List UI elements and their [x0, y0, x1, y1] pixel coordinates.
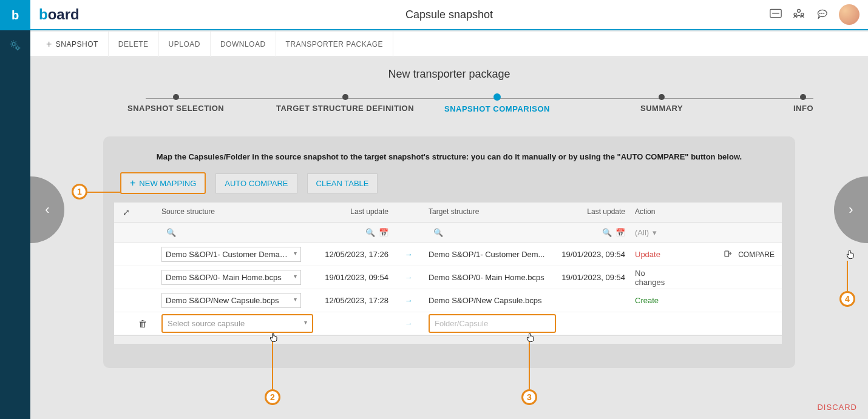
- delete-button[interactable]: DELETE: [109, 32, 159, 57]
- wizard-title: New transporter package: [30, 57, 868, 94]
- avatar[interactable]: [839, 4, 860, 25]
- annotation-badge-3: 3: [521, 389, 537, 405]
- source-update: 12/05/2023, 17:26: [314, 245, 393, 264]
- target-capsule: Demo S&OP/1- Customer Dem...: [424, 245, 551, 264]
- svg-point-1: [16, 47, 19, 49]
- card-icon[interactable]: [770, 8, 782, 21]
- new-mapping-row: 🗑 Select source capsule → Folder/Capsule: [114, 312, 782, 335]
- clean-table-button[interactable]: CLEAN TABLE: [307, 173, 378, 193]
- target-update: [551, 296, 630, 306]
- cursor-hand-icon: [524, 330, 537, 344]
- table-row: Demo S&OP/0- Main Home.bcps 19/01/2023, …: [114, 266, 782, 289]
- target-capsule-input[interactable]: Folder/Capsule: [429, 314, 556, 333]
- transporter-package-button[interactable]: TRANSPORTER PACKAGE: [276, 32, 393, 57]
- discard-button[interactable]: DISCARD: [817, 403, 857, 412]
- search-icon[interactable]: 🔍: [429, 228, 448, 237]
- app-logo-square[interactable]: b: [0, 0, 30, 30]
- source-update: 12/05/2023, 17:28: [314, 291, 393, 310]
- svg-point-4: [798, 9, 801, 12]
- source-capsule-select[interactable]: Demo S&OP/0- Main Home.bcps: [161, 270, 301, 285]
- new-mapping-button[interactable]: +NEW MAPPING: [120, 172, 206, 194]
- col-source-update: Last update: [314, 203, 393, 222]
- plus-icon: +: [130, 178, 135, 188]
- svg-point-9: [824, 13, 824, 13]
- source-capsule-select[interactable]: Select source capsule: [161, 314, 313, 333]
- compare-icon: [724, 250, 733, 260]
- action-filter[interactable]: (All)▾: [630, 223, 679, 242]
- arrow-icon: →: [393, 319, 424, 328]
- action-label: Create: [630, 291, 679, 310]
- calendar-icon[interactable]: 📅: [379, 228, 388, 237]
- annotation-badge-1: 1: [72, 184, 87, 199]
- delete-row-icon[interactable]: 🗑: [138, 318, 147, 329]
- step-snapshot-comparison[interactable]: SNAPSHOT COMPARISON: [444, 94, 550, 113]
- action-toolbar: +SNAPSHOT DELETE UPLOAD DOWNLOAD TRANSPO…: [30, 32, 868, 57]
- target-update: 19/01/2023, 09:54: [551, 268, 630, 287]
- brand-logo: board: [39, 6, 80, 23]
- table-row: Demo S&OP/1- Customer Deman... 12/05/202…: [114, 243, 782, 266]
- auto-compare-button[interactable]: AUTO COMPARE: [215, 173, 297, 193]
- search-icon[interactable]: 🔍: [161, 228, 181, 237]
- wizard-stepper: SNAPSHOT SELECTION TARGET STRUCTURE DEFI…: [67, 94, 832, 123]
- calendar-icon[interactable]: 📅: [615, 228, 625, 237]
- step-snapshot-selection[interactable]: SNAPSHOT SELECTION: [127, 94, 224, 113]
- source-capsule-select[interactable]: Demo S&OP/New Capsule.bcps: [161, 293, 301, 308]
- chevron-down-icon: ▾: [653, 228, 657, 237]
- annotation-badge-2: 2: [265, 389, 280, 405]
- action-label: No changes: [630, 264, 679, 292]
- col-target-update: Last update: [551, 203, 630, 222]
- search-icon[interactable]: 🔍: [365, 228, 375, 237]
- svg-point-8: [822, 13, 822, 13]
- expand-icon[interactable]: ⤢: [123, 207, 130, 217]
- svg-point-6: [801, 13, 804, 15]
- svg-point-7: [819, 13, 820, 13]
- col-target: Target structure: [424, 203, 551, 222]
- page-title: Capsule snapshot: [30, 8, 868, 21]
- col-source: Source structure: [157, 203, 314, 222]
- panel-description: Map the Capsules/Folder in the source sn…: [114, 149, 784, 172]
- step-target-structure[interactable]: TARGET STRUCTURE DEFINITION: [276, 94, 414, 113]
- svg-point-0: [12, 42, 15, 45]
- upload-button[interactable]: UPLOAD: [159, 32, 211, 57]
- compare-button[interactable]: COMPARE: [679, 245, 782, 264]
- cursor-hand-icon: [844, 247, 856, 261]
- cursor-hand-icon: [268, 330, 280, 344]
- step-summary[interactable]: SUMMARY: [640, 94, 683, 113]
- mapping-table: ⤢ Source structure Last update Target st…: [114, 203, 782, 344]
- arrow-icon: →: [393, 273, 424, 282]
- action-label: Update: [630, 245, 679, 264]
- plus-icon: +: [46, 32, 52, 57]
- target-capsule: Demo S&OP/0- Main Home.bcps: [424, 268, 551, 287]
- step-info[interactable]: INFO: [793, 94, 813, 113]
- settings-gears-icon[interactable]: [0, 30, 30, 61]
- target-update: 19/01/2023, 09:54: [551, 245, 630, 264]
- annotation-badge-4: 4: [839, 291, 855, 307]
- arrow-icon: →: [393, 296, 424, 305]
- svg-point-5: [794, 13, 796, 15]
- chat-icon[interactable]: [816, 8, 828, 22]
- target-capsule: Demo S&OP/New Capsule.bcps: [424, 291, 551, 310]
- community-icon[interactable]: [793, 8, 805, 22]
- snapshot-button[interactable]: +SNAPSHOT: [36, 32, 109, 57]
- source-capsule-select[interactable]: Demo S&OP/1- Customer Deman...: [161, 247, 301, 262]
- svg-rect-10: [725, 251, 729, 256]
- col-action: Action: [630, 203, 679, 222]
- arrow-icon: →: [393, 250, 424, 259]
- download-button[interactable]: DOWNLOAD: [211, 32, 276, 57]
- source-update: 19/01/2023, 09:54: [314, 268, 393, 287]
- search-icon[interactable]: 🔍: [602, 228, 612, 237]
